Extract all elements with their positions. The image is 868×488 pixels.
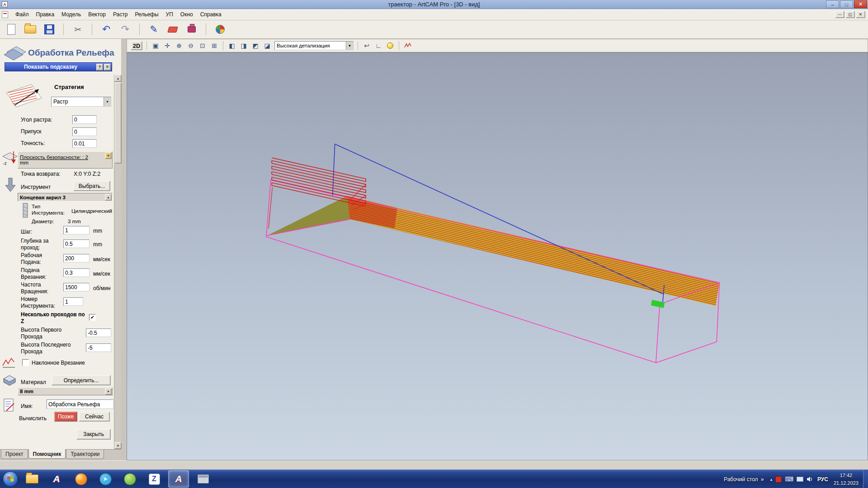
tool-collapse-button[interactable]: ▲	[105, 194, 112, 201]
close-button[interactable]: ✕	[854, 0, 867, 8]
desktop-toolbar-label[interactable]: Рабочий стол	[724, 476, 758, 483]
pencil-icon[interactable]: ✎	[147, 23, 160, 36]
menu-nc[interactable]: УП	[162, 10, 177, 19]
tray-volume-icon[interactable]	[807, 476, 813, 482]
previous-view-icon[interactable]: ▣	[151, 41, 160, 50]
view-2d-button[interactable]: 2D	[131, 41, 142, 50]
multi-z-checkbox[interactable]: ✔	[89, 314, 96, 321]
redo-icon[interactable]: ↷	[118, 23, 132, 36]
detail-level-select[interactable]: Высокая детализация ▼	[274, 41, 354, 50]
maximize-button[interactable]: □	[840, 0, 853, 8]
hint-help-button[interactable]: ?	[96, 64, 103, 70]
tab-assistant[interactable]: Помощник	[28, 449, 66, 459]
tool-number-input[interactable]	[63, 297, 83, 306]
safe-z-expand-button[interactable]: ▼	[105, 152, 112, 159]
tray-network-icon[interactable]	[797, 477, 803, 482]
view-iso4-icon[interactable]: ◪	[263, 41, 272, 50]
menu-edit[interactable]: Правка	[33, 10, 58, 19]
allowance-input[interactable]	[72, 127, 97, 136]
tray-antivirus-icon[interactable]	[775, 476, 782, 483]
undo-icon[interactable]: ↶	[99, 23, 113, 36]
material-label: Материал	[21, 379, 46, 386]
calculate-now-button[interactable]: Сейчас	[79, 412, 110, 422]
scroll-thumb[interactable]	[114, 82, 122, 164]
scroll-up-button[interactable]: ▲	[114, 75, 122, 82]
zoom-out-icon[interactable]: ⊖	[186, 41, 195, 50]
view-iso3-icon[interactable]: ◩	[251, 41, 260, 50]
tab-toolpaths[interactable]: Траектории	[66, 450, 104, 459]
tab-project[interactable]: Проект	[1, 450, 28, 459]
taskbar-firefox[interactable]	[71, 470, 91, 488]
save-icon[interactable]	[42, 23, 56, 36]
name-input[interactable]	[47, 399, 113, 409]
origin-icon[interactable]: ∟	[374, 41, 383, 50]
cut-icon[interactable]: ✂	[71, 23, 85, 36]
taskbar-z-app[interactable]: Z	[144, 470, 165, 488]
hint-close-button[interactable]: ✕	[104, 64, 111, 70]
minimize-button[interactable]: –	[826, 0, 839, 8]
menu-vector[interactable]: Вектор	[85, 10, 109, 19]
mdi-restore-button[interactable]: ◱	[845, 11, 855, 18]
view-iso2-icon[interactable]: ◨	[239, 41, 248, 50]
menu-raster[interactable]: Растр	[109, 10, 131, 19]
mdi-close-button[interactable]: ✕	[856, 11, 865, 18]
spindle-speed-input[interactable]	[63, 283, 90, 291]
tolerance-input[interactable]	[72, 139, 97, 148]
stepover-input[interactable]	[63, 226, 90, 235]
stamp-icon[interactable]	[185, 23, 198, 36]
plunge-rate-unit: мм/сек	[93, 271, 110, 277]
back-view-icon[interactable]: ↩	[362, 41, 371, 50]
taskbar-artcam-active[interactable]: A	[168, 470, 189, 488]
viewport-3d[interactable]	[127, 52, 868, 460]
menu-window[interactable]: Окно	[177, 10, 197, 19]
calculate-later-button[interactable]: Позже	[54, 412, 77, 422]
taskbar-window-app[interactable]	[193, 470, 213, 488]
toolpath-preview-icon[interactable]	[403, 41, 412, 50]
last-pass-input[interactable]	[86, 343, 111, 352]
ramp-checkbox[interactable]	[22, 359, 29, 366]
palette-icon[interactable]	[213, 23, 227, 36]
tray-keyboard-icon[interactable]: ⌨	[785, 476, 793, 483]
toolbar-chevron[interactable]: »	[760, 476, 764, 483]
zoom-in-icon[interactable]: ⊕	[175, 41, 184, 50]
menu-reliefs[interactable]: Рельефы	[131, 10, 162, 19]
start-button[interactable]	[3, 471, 18, 487]
chevron-down-icon[interactable]: ▼	[346, 42, 353, 50]
menu-file[interactable]: Файл	[12, 10, 33, 19]
panel-scrollbar[interactable]: ▲ ▼	[114, 75, 121, 449]
taskbar-artcam[interactable]: A	[46, 470, 67, 488]
view-iso1-icon[interactable]: ◧	[227, 41, 236, 50]
taskbar-explorer[interactable]	[22, 470, 42, 488]
close-panel-button[interactable]: Закрыть	[76, 429, 111, 440]
zoom-window-icon[interactable]: ⊡	[198, 41, 207, 50]
hint-label[interactable]: Показать подсказку	[5, 64, 96, 70]
material-define-button[interactable]: Определить...	[52, 375, 111, 385]
show-desktop-button[interactable]	[863, 470, 868, 488]
stepdown-input[interactable]	[63, 239, 90, 248]
tool-select-button[interactable]: Выбрать...	[73, 181, 110, 191]
language-indicator[interactable]: РУС	[817, 476, 828, 483]
pan-icon[interactable]: ✛	[163, 41, 172, 50]
scroll-down-button[interactable]: ▼	[114, 442, 122, 449]
plunge-rate-label: Подача Врезания:	[21, 267, 55, 281]
tray-expand-icon[interactable]: ▴	[770, 477, 773, 482]
taskbar-telegram[interactable]: ➤	[95, 470, 116, 488]
first-pass-input[interactable]	[86, 328, 111, 337]
feed-rate-input[interactable]	[63, 254, 90, 263]
light-icon[interactable]	[386, 41, 395, 50]
raster-angle-input[interactable]	[72, 115, 97, 124]
eraser-icon[interactable]	[166, 23, 179, 36]
open-file-icon[interactable]	[24, 23, 37, 36]
chevron-down-icon[interactable]: ▼	[104, 97, 111, 106]
strategy-select[interactable]: Растр ▼	[51, 97, 111, 107]
new-file-icon[interactable]	[5, 23, 18, 36]
taskbar-clock[interactable]: 17:42 21.12.2023	[834, 472, 859, 487]
system-tray: ▴ ⌨	[770, 476, 813, 483]
menu-model[interactable]: Модель	[58, 10, 85, 19]
zoom-extents-icon[interactable]: ⊞	[210, 41, 219, 50]
material-expand-button[interactable]: ▼	[105, 388, 112, 395]
menu-help[interactable]: Справка	[197, 10, 225, 19]
plunge-rate-input[interactable]	[63, 268, 90, 277]
mdi-minimize-button[interactable]: —	[835, 11, 844, 18]
taskbar-green-app[interactable]	[119, 470, 140, 488]
